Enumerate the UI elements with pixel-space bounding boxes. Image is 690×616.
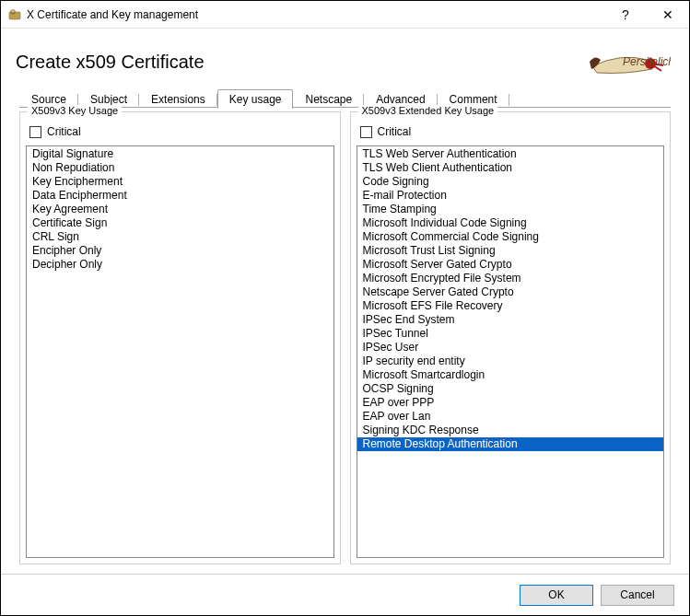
list-item[interactable]: TLS Web Client Authentication <box>357 161 664 175</box>
list-item[interactable]: Non Repudiation <box>27 161 333 175</box>
app-icon <box>8 8 21 21</box>
list-item[interactable]: Code Signing <box>357 175 664 189</box>
list-item[interactable]: IPSec User <box>357 341 664 354</box>
list-item[interactable]: Key Agreement <box>27 203 333 216</box>
svg-text:Persönliche: Persönliche <box>623 55 671 68</box>
list-item[interactable]: Netscape Server Gated Crypto <box>357 285 664 299</box>
list-item[interactable]: Microsoft Trust List Signing <box>357 244 664 258</box>
list-item[interactable]: OCSP Signing <box>357 382 664 396</box>
key-usage-critical-checkbox[interactable]: Critical <box>29 125 331 138</box>
list-item[interactable]: Digital Signature <box>27 147 333 161</box>
key-usage-listbox[interactable]: Digital SignatureNon RepudiationKey Enci… <box>26 145 334 558</box>
key-usage-legend: X509v3 Key Usage <box>28 105 122 116</box>
list-item[interactable]: Encipher Only <box>27 244 333 258</box>
list-item[interactable]: Signing KDC Response <box>357 424 664 437</box>
tab-key-usage[interactable]: Key usage <box>217 89 294 109</box>
ext-key-usage-critical-label: Critical <box>378 125 412 138</box>
list-item[interactable]: Microsoft Smartcardlogin <box>357 368 664 382</box>
list-item[interactable]: EAP over Lan <box>357 410 664 424</box>
ok-button[interactable]: OK <box>520 585 593 606</box>
list-item[interactable]: Data Encipherment <box>27 189 333 203</box>
tab-netscape[interactable]: Netscape <box>293 89 364 109</box>
footer: OK Cancel <box>1 574 689 615</box>
ext-key-usage-critical-checkbox[interactable]: Critical <box>360 125 661 138</box>
window-title: X Certificate and Key management <box>27 8 604 21</box>
list-item[interactable]: Time Stamping <box>357 203 664 216</box>
key-usage-critical-label: Critical <box>47 125 81 138</box>
list-item[interactable]: IPSec Tunnel <box>357 327 664 341</box>
close-icon: ✕ <box>662 7 673 22</box>
checkbox-icon <box>29 126 41 138</box>
list-item[interactable]: IPSec End System <box>357 313 664 327</box>
titlebar: X Certificate and Key management ? ✕ <box>1 1 689 29</box>
list-item[interactable]: EAP over PPP <box>357 396 664 410</box>
list-item[interactable]: Decipher Only <box>27 258 333 272</box>
list-item[interactable]: Microsoft Encrypted File System <box>357 272 664 285</box>
ext-key-usage-listbox[interactable]: TLS Web Server AuthenticationTLS Web Cli… <box>357 145 665 558</box>
header: Create x509 Certificate Persönliche <box>1 29 689 89</box>
checkbox-icon <box>360 126 372 138</box>
ext-key-usage-legend: X509v3 Extended Key Usage <box>358 105 498 116</box>
panels: X509v3 Key Usage Critical Digital Signat… <box>19 111 671 564</box>
list-item[interactable]: IP security end entity <box>357 354 664 368</box>
list-item[interactable]: Certificate Sign <box>27 216 333 230</box>
list-item[interactable]: Microsoft Commercial Code Signing <box>357 230 664 244</box>
cancel-button[interactable]: Cancel <box>601 585 674 606</box>
help-icon: ? <box>622 7 629 22</box>
key-usage-group: X509v3 Key Usage Critical Digital Signat… <box>19 111 341 564</box>
list-item[interactable]: Key Encipherment <box>27 175 333 189</box>
list-item[interactable]: Remote Desktop Authentication <box>357 437 664 451</box>
close-button[interactable]: ✕ <box>647 1 689 29</box>
page-title: Create x509 Certificate <box>16 52 588 73</box>
list-item[interactable]: Microsoft EFS File Recovery <box>357 299 664 313</box>
list-item[interactable]: TLS Web Server Authentication <box>357 147 664 161</box>
ok-label: OK <box>548 588 564 601</box>
list-item[interactable]: Microsoft Server Gated Crypto <box>357 258 664 272</box>
help-button[interactable]: ? <box>604 1 647 29</box>
list-item[interactable]: Microsoft Individual Code Signing <box>357 216 664 230</box>
logo-stamp: Persönliche <box>588 43 671 80</box>
ext-key-usage-group: X509v3 Extended Key Usage Critical TLS W… <box>350 111 672 564</box>
tab-extensions[interactable]: Extensions <box>139 89 217 109</box>
list-item[interactable]: CRL Sign <box>27 230 333 244</box>
cancel-label: Cancel <box>620 588 654 601</box>
list-item[interactable]: E-mail Protection <box>357 189 664 203</box>
